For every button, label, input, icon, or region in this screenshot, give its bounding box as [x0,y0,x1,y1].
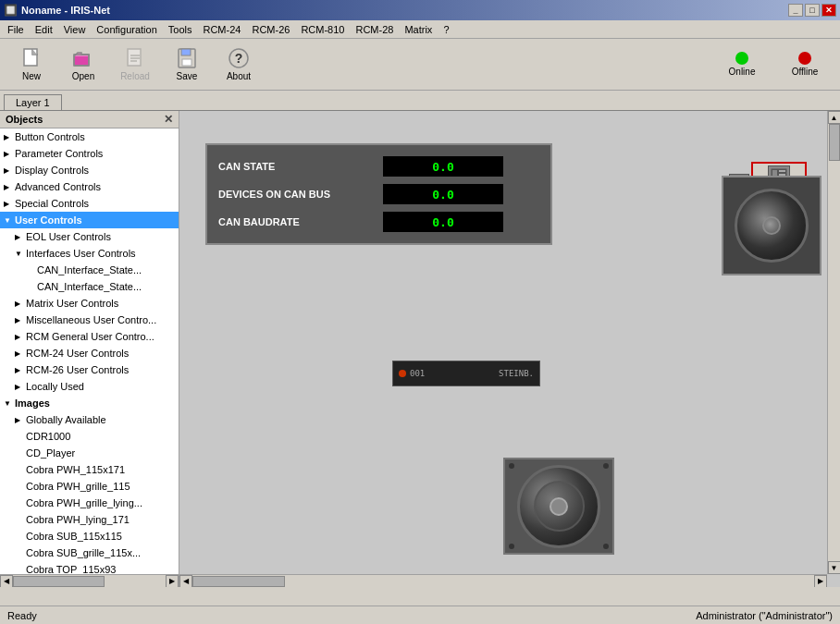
tree-label: RCM-26 User Controls [26,364,175,375]
sidebar-item-cobra-pwh-lying[interactable]: Cobra PWH_lying_171 [0,511,179,528]
corner-dot [509,463,514,469]
tree-label: Advanced Controls [15,181,175,192]
scroll-vtrack[interactable] [828,124,841,561]
tree-label: CAN_Interface_State... [37,281,175,292]
title-bar-text: Noname - IRIS-Net [21,5,110,16]
sidebar-item-rcm-general-user-controls[interactable]: ▶ RCM General User Contro... [0,328,179,345]
canvas-vscrollbar[interactable]: ▲ ▼ [827,111,840,574]
tree-label: RCM-24 User Controls [26,348,175,359]
sidebar-item-cobra-top-115[interactable]: Cobra TOP_115x93 [0,561,179,574]
sidebar-item-eol-user-controls[interactable]: ▶ EOL User Controls [0,228,179,245]
tree-label: EOL User Controls [26,231,175,242]
sidebar-item-cobra-sub-grille[interactable]: Cobra SUB_grille_115x... [0,544,179,561]
tree-label: CD_Player [26,447,175,459]
open-button[interactable]: Open [59,43,107,87]
user-info: Administrator ("Administrator") [696,610,833,621]
save-label: Save [177,71,198,81]
tree-label: Globally Available [26,414,175,425]
menu-matrix[interactable]: Matrix [399,23,438,36]
sidebar: Objects ✕ ▶ Button Controls ▶ Parameter … [0,111,179,587]
sidebar-item-can-interface-2[interactable]: CAN_Interface_State... [0,278,179,295]
maximize-button[interactable]: □ [805,4,820,17]
svg-rect-0 [24,49,37,66]
sidebar-item-globally-available[interactable]: ▶ Globally Available [0,411,179,428]
expand-arrow: ▶ [4,166,15,175]
minimize-button[interactable]: _ [788,4,803,17]
menu-rcm26[interactable]: RCM-26 [246,23,295,36]
save-button[interactable]: Save [163,43,211,87]
tree-label: CDR1000 [26,431,175,442]
sidebar-item-special-controls[interactable]: ▶ Special Controls [0,195,179,212]
sidebar-tree: ▶ Button Controls ▶ Parameter Controls ▶… [0,128,179,574]
scroll-htrack[interactable] [192,575,814,588]
app-icon: 🔲 [4,4,18,17]
scroll-right-arrow[interactable]: ▶ [814,575,827,588]
scroll-left-arrow[interactable]: ◀ [0,575,13,588]
sidebar-item-cdr1000[interactable]: CDR1000 [0,428,179,445]
sidebar-item-cobra-pwh-115x171[interactable]: Cobra PWH_115x171 [0,461,179,478]
new-button[interactable]: New [7,43,56,87]
sidebar-item-can-interface-1[interactable]: CAN_Interface_State... [0,262,179,278]
sidebar-item-misc-user-controls[interactable]: ▶ Miscellaneous User Contro... [0,312,179,328]
sidebar-item-rcm24-user-controls[interactable]: ▶ RCM-24 User Controls [0,345,179,361]
tree-label: Images [15,398,175,409]
menu-file[interactable]: File [2,23,30,36]
expand-arrow: ▶ [4,133,15,141]
sidebar-close-button[interactable]: ✕ [164,113,173,126]
tree-label: Cobra SUB_115x115 [26,531,175,542]
sidebar-item-images[interactable]: ▼ Images [0,395,179,411]
svg-rect-4 [128,49,141,66]
reload-icon [124,47,146,69]
sidebar-item-parameter-controls[interactable]: ▶ Parameter Controls [0,145,179,162]
menu-rcm28[interactable]: RCM-28 [350,23,399,36]
sidebar-item-button-controls[interactable]: ▶ Button Controls [0,128,179,145]
tab-layer1[interactable]: Layer 1 [4,94,62,110]
expand-arrow: ▶ [15,349,26,358]
sidebar-title: Objects [6,114,43,125]
sidebar-item-matrix-user-controls[interactable]: ▶ Matrix User Controls [0,295,179,312]
corner-dot [509,544,514,549]
canvas-hscrollbar[interactable]: ◀ ▶ [179,574,827,587]
expand-arrow: ▶ [15,233,26,241]
status-bar: Ready Administrator ("Administrator") [0,606,840,624]
svg-rect-9 [181,49,191,55]
sidebar-item-cobra-pwh-grille-lying[interactable]: Cobra PWH_grille_lying... [0,495,179,511]
sidebar-item-advanced-controls[interactable]: ▶ Advanced Controls [0,178,179,195]
scroll-up-arrow[interactable]: ▲ [828,111,841,124]
online-label: Online [729,67,756,77]
sidebar-item-cobra-sub-115[interactable]: Cobra SUB_115x115 [0,528,179,544]
about-button[interactable]: ? About [215,43,263,87]
menu-rcm24[interactable]: RCM-24 [197,23,246,36]
sidebar-item-cd-player[interactable]: CD_Player [0,445,179,461]
sidebar-item-user-controls[interactable]: ▼ User Controls [0,212,179,228]
scroll-left-arrow[interactable]: ◀ [179,575,192,588]
sidebar-item-display-controls[interactable]: ▶ Display Controls [0,162,179,178]
reload-button[interactable]: Reload [111,43,159,87]
menu-edit[interactable]: Edit [30,23,58,36]
sidebar-item-cobra-pwh-grille[interactable]: Cobra PWH_grille_115 [0,478,179,495]
menu-help[interactable]: ? [438,23,454,36]
menu-view[interactable]: View [58,23,92,36]
sidebar-item-interfaces-user-controls[interactable]: ▼ Interfaces User Controls [0,245,179,262]
save-icon [176,47,198,69]
amp-right-text: STEINB. [499,369,534,378]
tree-label: Cobra SUB_grille_115x... [26,547,175,558]
menu-rcm810[interactable]: RCM-810 [295,23,350,36]
sidebar-item-locally-used[interactable]: ▶ Locally Used [0,378,179,395]
tree-label: Miscellaneous User Contro... [26,314,175,325]
menu-configuration[interactable]: Configuration [91,23,162,36]
scroll-down-arrow[interactable]: ▼ [828,561,841,574]
sub-center [550,497,568,516]
scroll-vthumb [829,124,840,161]
scroll-right-arrow[interactable]: ▶ [166,575,179,588]
sidebar-hscrollbar[interactable]: ◀ ▶ [0,574,179,587]
online-button[interactable]: Online [714,52,770,77]
offline-button[interactable]: Offline [777,52,833,77]
scroll-track[interactable] [13,575,166,588]
menu-tools[interactable]: Tools [163,23,198,36]
devices-row: DEVICES ON CAN BUS 0.0 [218,184,539,204]
close-button[interactable]: ✕ [821,4,836,17]
sidebar-item-rcm26-user-controls[interactable]: ▶ RCM-26 User Controls [0,361,179,378]
sub-inner [534,481,585,532]
amplifier-unit: 001 STEINB. [392,361,540,386]
